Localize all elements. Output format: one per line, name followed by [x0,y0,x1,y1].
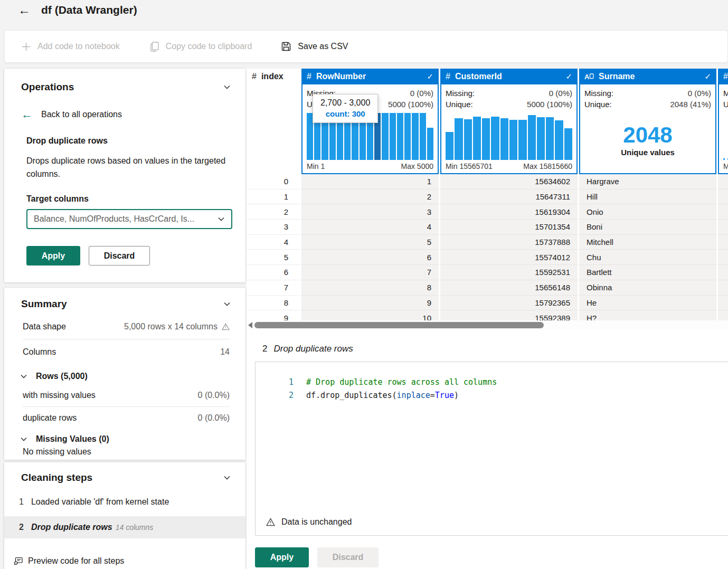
histogram-bar[interactable] [564,128,572,160]
index-cell[interactable]: 5 [247,250,300,265]
data-cell[interactable] [718,296,728,311]
histogram-bar[interactable] [473,117,481,160]
index-cell[interactable]: 9 [247,310,300,320]
data-cell[interactable] [718,265,728,280]
histogram-bar[interactable] [464,119,472,160]
data-cell[interactable]: 3 [301,204,439,220]
scrollbar-thumb[interactable] [254,322,544,328]
column-checkmark-icon[interactable]: ✓ [427,72,433,81]
data-cell[interactable] [718,280,728,296]
scroll-left-arrow[interactable] [248,322,252,328]
index-cell[interactable]: 8 [247,296,300,311]
data-cell[interactable]: Mitchell [579,235,716,250]
data-cell[interactable]: He [579,296,716,311]
histogram-bar[interactable] [491,117,499,160]
column-histogram[interactable] [446,113,572,160]
horizontal-scrollbar[interactable] [247,320,728,330]
data-cell[interactable] [718,250,728,265]
back-to-operations-link[interactable]: ← Back to all operations [21,109,245,120]
data-cell[interactable] [718,174,728,189]
histogram-bar[interactable] [397,113,403,160]
code-apply-button[interactable]: Apply [255,547,309,567]
index-cell[interactable]: 0 [247,174,300,189]
chevron-down-icon[interactable] [223,300,231,308]
histogram-bar[interactable] [446,132,453,160]
histogram-bar[interactable] [528,115,536,160]
histogram-bar[interactable] [482,118,490,160]
data-cell[interactable]: 10 [301,310,439,320]
column-checkmark-icon[interactable]: ✓ [704,72,711,81]
histogram-bar[interactable] [412,113,418,160]
column-header-surname[interactable]: ASurname ✓ [579,69,716,84]
code-discard-button[interactable]: Discard [317,547,379,567]
data-cell[interactable] [718,235,728,250]
index-cell[interactable]: 4 [247,235,300,250]
add-code-to-notebook-button[interactable]: Add code to notebook [22,42,120,51]
column-header-partial[interactable]: # [718,69,728,84]
data-cell[interactable]: Bartlett [579,265,716,280]
histogram-bar[interactable] [555,120,563,160]
data-cell[interactable]: 15792365 [440,296,578,311]
histogram-bar[interactable] [537,117,545,160]
data-cell[interactable]: 15634602 [440,174,578,189]
cleaning-step-1[interactable]: 1 Loaded variable 'df' from kernel state [4,491,245,513]
histogram-bar[interactable] [382,113,388,160]
data-cell[interactable]: 15574012 [440,250,578,265]
histogram-bar[interactable] [390,113,396,160]
data-cell[interactable]: H? [579,310,716,320]
column-header-rownumber[interactable]: #RowNumber ✓ [301,69,439,84]
data-cell[interactable] [718,204,728,220]
histogram-bar[interactable] [455,118,462,160]
index-cell[interactable]: 3 [247,220,300,235]
code-editor[interactable]: 1# Drop duplicate rows across all column… [255,362,728,536]
index-cell[interactable]: 1 [247,189,300,205]
histogram-bar[interactable] [420,113,426,160]
data-cell[interactable] [718,189,728,205]
data-cell[interactable]: 2 [301,189,439,205]
back-arrow-icon[interactable]: ← [18,4,31,16]
histogram-bar[interactable] [427,128,433,160]
target-columns-dropdown[interactable]: Balance, NumOfProducts, HasCrCard, Is... [26,209,232,229]
data-cell[interactable] [718,220,728,235]
data-cell[interactable]: 15737888 [440,235,578,250]
chevron-down-icon[interactable] [223,474,231,481]
data-cell[interactable]: 15619304 [440,204,578,220]
apply-button[interactable]: Apply [26,246,80,265]
index-cell[interactable]: 6 [247,265,300,280]
data-cell[interactable]: 15701354 [440,220,578,235]
data-cell[interactable]: Hill [579,189,716,205]
discard-button[interactable]: Discard [89,246,150,265]
data-cell[interactable]: 15592389 [440,310,578,320]
cleaning-step-2[interactable]: 2 Drop duplicate rows14 columns [4,516,245,538]
rows-group-toggle[interactable]: Rows (5,000) [20,372,245,381]
data-cell[interactable]: Hargrave [579,174,716,189]
data-cell[interactable]: 1 [301,174,439,189]
histogram-bar[interactable] [509,120,517,160]
data-cell[interactable]: 15592531 [440,265,578,280]
preview-code-all-steps-button[interactable]: Preview code for all steps [14,556,124,566]
copy-code-button[interactable]: Copy code to clipboard [150,42,252,52]
missing-values-group-toggle[interactable]: Missing Values (0) [20,434,245,444]
data-cell[interactable] [718,310,728,320]
column-header-customerid[interactable]: #CustomerId ✓ [440,69,578,84]
column-checkmark-icon[interactable]: ✓ [565,72,572,81]
histogram-bar[interactable] [518,120,526,160]
histogram-bar[interactable] [404,113,411,160]
data-cell[interactable]: Boni [579,220,716,235]
data-cell[interactable]: 7 [301,265,439,280]
data-cell[interactable]: 15647311 [440,189,578,205]
data-cell[interactable]: 5 [301,235,439,250]
data-cell[interactable]: Chu [579,250,716,265]
save-as-csv-button[interactable]: Save as CSV [281,42,348,51]
data-cell[interactable]: 8 [301,280,439,296]
data-cell[interactable]: 15656148 [440,280,578,296]
histogram-bar[interactable] [500,118,508,160]
data-cell[interactable]: 4 [301,220,439,235]
chevron-down-icon[interactable] [223,83,231,91]
data-cell[interactable]: 6 [301,250,439,265]
data-cell[interactable]: Onio [579,204,716,220]
index-cell[interactable]: 2 [247,204,300,220]
data-cell[interactable]: Obinna [579,280,716,296]
index-cell[interactable]: 7 [247,280,300,296]
data-cell[interactable]: 9 [301,296,439,311]
